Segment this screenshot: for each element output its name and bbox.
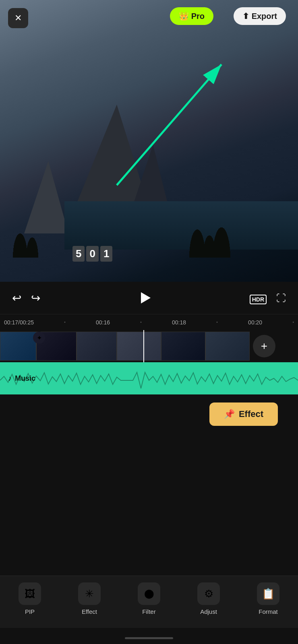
clip-thumb-4[interactable] [117,332,161,361]
nav-item-pip[interactable]: 🖼 PIP [0,582,60,615]
ruler-time-2: 00:18 [172,319,186,326]
format-label: Format [259,608,278,615]
ruler-time-3: 00:20 [248,319,262,326]
nav-item-adjust[interactable]: ⚙ Adjust [179,582,238,615]
play-triangle-icon [141,292,151,303]
effect-nav-icon: ✳ [85,588,94,600]
hdr-button[interactable]: HDR [250,291,267,304]
ruler-dot-4: • [292,320,294,324]
bottom-nav: 🖼 PIP ✳ Effect ⬤ Filter ⚙ Adjust 📋 Forma… [0,576,298,628]
timecode-overlay: 5 0 1 [72,246,112,262]
hdr-icon: HDR [250,295,267,304]
video-preview: 5 0 1 ✕ 👑 Pro ⬆ Export [0,0,298,282]
crown-icon: 👑 [179,11,189,21]
ruler-dot-2: • [140,320,142,324]
filter-icon: ⬤ [144,588,154,599]
timecode-d3: 1 [100,246,112,262]
adjust-icon-wrap: ⚙ [197,582,220,605]
effect-badge[interactable]: 📌 Effect [209,402,278,426]
undo-button[interactable]: ↩ [12,291,21,305]
waveform [0,370,298,390]
nav-item-filter[interactable]: ⬤ Filter [119,582,179,615]
close-icon: ✕ [14,13,22,23]
clip-thumb-6[interactable] [205,332,250,361]
adjust-icon: ⚙ [204,588,213,600]
plus-icon: + [261,340,267,353]
view-controls: HDR ⛶ [250,291,286,304]
magic-wand-badge: ✦ [33,332,45,344]
undo-redo-group: ↩ ↪ [12,291,40,305]
ruler-dot-3: • [216,320,218,324]
pro-button[interactable]: 👑 Pro [170,7,213,25]
adjust-label: Adjust [200,608,217,615]
pin-icon: 📌 [224,409,235,419]
pip-label: PIP [25,608,35,615]
music-track[interactable]: ♪ Music [0,362,298,394]
close-button[interactable]: ✕ [8,8,28,28]
undo-icon: ↩ [12,292,21,304]
home-indicator [125,637,173,639]
redo-icon: ↪ [31,292,40,304]
ruler-time-1: 00:16 [96,319,110,326]
ruler-time-current: 00:17/00:25 [4,319,34,326]
effect-region: 📌 Effect [0,394,298,499]
video-strip[interactable]: ✦ + [0,330,298,362]
clip-thumb-3[interactable] [77,332,117,361]
ruler-dot-1: • [64,320,66,324]
export-button[interactable]: ⬆ Export [234,7,286,25]
music-label: ♪ Music [8,374,35,383]
timecode-d1: 5 [72,246,85,262]
controls-bar: ↩ ↪ HDR ⛶ [0,282,298,314]
effect-icon-wrap: ✳ [78,582,101,605]
format-icon-wrap: 📋 [257,582,279,605]
play-control [135,287,155,308]
nav-item-effect[interactable]: ✳ Effect [60,582,119,615]
upload-icon: ⬆ [242,11,249,21]
export-label: Export [252,12,277,21]
fullscreen-button[interactable]: ⛶ [276,291,286,304]
effect-nav-label: Effect [82,608,97,615]
pip-icon-wrap: 🖼 [19,582,41,605]
redo-button[interactable]: ↪ [31,291,40,305]
nav-item-format[interactable]: 📋 Format [238,582,298,615]
effect-label: Effect [239,409,263,419]
timecode-d2: 0 [86,246,98,262]
ruler-labels: 00:17/00:25 • 00:16 • 00:18 • 00:20 • [0,319,298,326]
format-icon: 📋 [262,588,275,600]
filter-label: Filter [142,608,155,615]
add-clip-button[interactable]: + [253,335,275,357]
timeline-ruler: 00:17/00:25 • 00:16 • 00:18 • 00:20 • [0,314,298,330]
filter-icon-wrap: ⬤ [138,582,160,605]
play-button[interactable] [135,287,155,308]
music-note-icon: ♪ [8,374,12,383]
clip-thumb-5[interactable] [161,332,205,361]
clip-thumb-1[interactable] [0,332,36,361]
music-text: Music [15,374,35,383]
video-background: 5 0 1 [0,0,298,282]
trees [0,213,298,258]
pip-icon: 🖼 [25,588,35,600]
fullscreen-icon: ⛶ [276,293,286,303]
pro-label: Pro [191,12,205,21]
